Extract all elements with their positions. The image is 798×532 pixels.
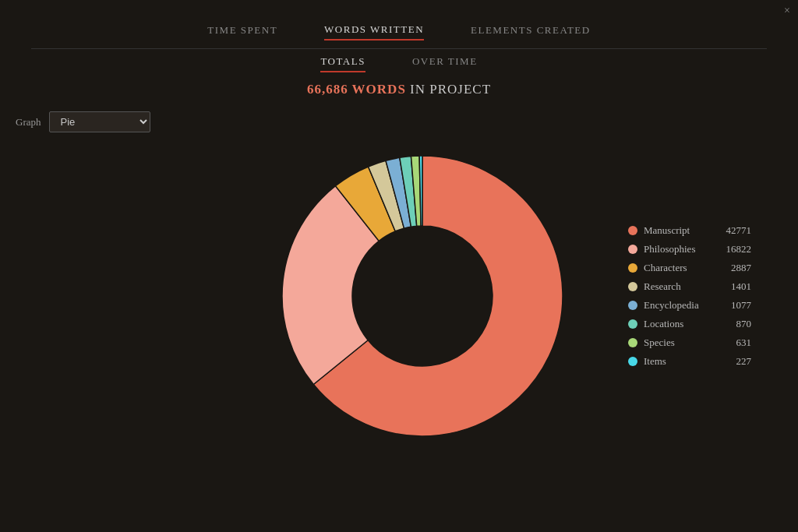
legend-color-dot	[628, 263, 637, 273]
legend-item-name: Locations	[644, 318, 714, 330]
legend-item: Research1401	[628, 280, 751, 293]
legend-item-value: 42771	[720, 224, 751, 237]
legend-item-name: Philosophies	[644, 243, 714, 255]
graph-selector: Graph Pie Bar Line	[16, 111, 798, 132]
chart-area: Manuscript42771Philosophies16822Characte…	[0, 140, 798, 452]
legend-color-dot	[628, 245, 637, 254]
legend-item-name: Encyclopedia	[644, 299, 714, 312]
legend-item-value: 16822	[720, 243, 751, 255]
legend-item-value: 631	[720, 336, 751, 349]
tab-elements-created[interactable]: ELEMENTS CREATED	[471, 24, 591, 40]
subtab-over-time[interactable]: OVER TIME	[412, 55, 478, 72]
legend-item: Characters2887	[628, 262, 751, 274]
legend-color-dot	[628, 357, 637, 366]
word-count-display: 66,686 WORDS IN PROJECT	[0, 82, 798, 97]
tab-time-spent[interactable]: TIME SPENT	[207, 24, 277, 40]
donut-svg	[267, 140, 578, 452]
legend-item: Philosophies16822	[628, 243, 751, 255]
legend-item: Manuscript42771	[628, 224, 751, 237]
legend-item-value: 2887	[720, 262, 751, 274]
legend-item-name: Characters	[644, 262, 714, 274]
legend-item-name: Items	[644, 355, 714, 368]
chart-legend: Manuscript42771Philosophies16822Characte…	[628, 224, 751, 368]
legend-item: Locations870	[628, 318, 751, 330]
legend-item-value: 1077	[720, 299, 751, 312]
graph-label: Graph	[16, 116, 41, 129]
legend-color-dot	[628, 319, 637, 329]
legend-item-value: 1401	[720, 280, 751, 293]
legend-item-value: 227	[720, 355, 751, 368]
subtab-totals[interactable]: TOTALS	[320, 55, 365, 72]
legend-item-value: 870	[720, 318, 751, 330]
legend-color-dot	[628, 338, 637, 347]
legend-item-name: Species	[644, 336, 714, 349]
top-navigation: TIME SPENT WORDS WRITTEN ELEMENTS CREATE…	[0, 0, 798, 48]
legend-color-dot	[628, 301, 637, 310]
legend-color-dot	[628, 282, 637, 291]
close-button[interactable]: ×	[784, 5, 790, 17]
legend-item: Items227	[628, 355, 751, 368]
donut-chart	[267, 140, 578, 452]
tab-words-written[interactable]: WORDS WRITTEN	[324, 23, 424, 41]
legend-color-dot	[628, 226, 637, 235]
sub-navigation: TOTALS OVER TIME	[0, 55, 798, 82]
legend-item-name: Research	[644, 280, 714, 293]
legend-item: Species631	[628, 336, 751, 349]
word-count-rest: IN PROJECT	[406, 82, 491, 97]
legend-item-name: Manuscript	[644, 224, 714, 237]
word-count-suffix: WORDS	[348, 82, 406, 97]
word-count-number: 66,686	[307, 82, 348, 97]
graph-type-select[interactable]: Pie Bar Line	[49, 111, 150, 132]
legend-item: Encyclopedia1077	[628, 299, 751, 312]
